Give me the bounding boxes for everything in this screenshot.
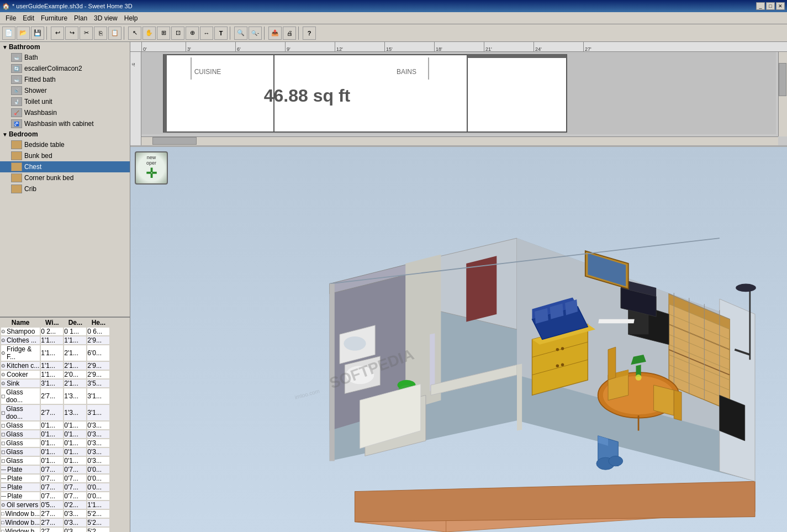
col-height[interactable]: He... xyxy=(87,319,109,326)
table-row[interactable]: ⊙ Shampoo 0 2... 0 1... 0 6... xyxy=(1,328,109,335)
createdim-button[interactable]: ↔ xyxy=(200,27,213,40)
redo-button[interactable]: ↪ xyxy=(65,27,78,40)
menu-edit[interactable]: Edit xyxy=(19,13,38,23)
cut-button[interactable]: ✂ xyxy=(80,27,93,40)
table-row[interactable]: — Plate 0'7... 0'7... 0'0... xyxy=(1,492,109,500)
floorplan[interactable]: CUISINE BAINS 46.88 sq ft xyxy=(141,52,776,134)
createtext-button[interactable]: T xyxy=(214,27,228,40)
escalier-icon: 🔄 xyxy=(11,64,22,73)
cell-depth: 1'3... xyxy=(64,388,86,404)
item-bunkbed[interactable]: Bunk bed xyxy=(0,150,130,161)
item-shower[interactable]: 🚿 Shower xyxy=(0,85,130,96)
item-toilet[interactable]: 🚽 Toilet unit xyxy=(0,96,130,107)
export-button[interactable]: 📤 xyxy=(268,27,282,40)
ruler-21: 21' xyxy=(484,42,492,52)
zoomin-button[interactable]: 🔍 xyxy=(234,27,247,40)
menu-3dview[interactable]: 3D view xyxy=(91,13,121,23)
washbasin-icon: 🪠 xyxy=(11,108,22,117)
furniture-tree-wrap: ▼ Bathroom 🛁 Bath 🔄 escalierColimacon2 🛁… xyxy=(0,42,130,317)
cell-name: ⊙ Cooker xyxy=(1,371,40,378)
cell-name: ⊙ Sink xyxy=(1,380,40,387)
open-button[interactable]: 📂 xyxy=(17,27,30,40)
item-washbasincab[interactable]: 🚰 Washbasin with cabinet xyxy=(0,118,130,129)
item-washbasin[interactable]: 🪠 Washbasin xyxy=(0,107,130,118)
table-row[interactable]: □ Window b... 2'7... 0'3... 5'2... xyxy=(1,510,109,518)
vscroll-2d-thumb[interactable] xyxy=(779,63,786,96)
table-row[interactable]: ◻ Glass 0'1... 0'1... 0'3... xyxy=(1,430,109,438)
hscroll-thumb[interactable] xyxy=(152,137,197,145)
maximize-button[interactable]: □ xyxy=(766,2,775,10)
undo-button[interactable]: ↩ xyxy=(51,27,64,40)
minimize-button[interactable]: _ xyxy=(756,2,765,10)
col-name[interactable]: Name xyxy=(1,319,40,326)
cell-width: 0'5... xyxy=(41,501,63,509)
item-chest[interactable]: Chest xyxy=(0,161,130,172)
table-row[interactable]: — Plate 0'7... 0'7... 0'0... xyxy=(1,466,109,473)
col-depth[interactable]: De... xyxy=(64,319,86,326)
cell-width: 2'7... xyxy=(41,405,63,420)
category-bedroom[interactable]: ▼ Bedroom xyxy=(0,129,130,139)
view-2d[interactable]: 5' 0' 3' 6' 9' 12' 15' 18' 21' 24' 27' xyxy=(130,42,787,147)
bedside-icon xyxy=(11,140,22,149)
save-button[interactable]: 💾 xyxy=(31,27,44,40)
table-row[interactable]: ◻ Glass 0'1... 0'1... 0'3... xyxy=(1,457,109,465)
item-bath[interactable]: 🛁 Bath xyxy=(0,52,130,63)
table-row[interactable]: ⊙ Cooker 1'1... 2'0... 2'9... xyxy=(1,371,109,378)
table-row[interactable]: ◻ Glass doo... 2'7... 1'3... 3'1... xyxy=(1,405,109,420)
v-scrollbar-2d[interactable] xyxy=(778,52,787,136)
table-row[interactable]: □ Window b... 2'7... 0'3... 5'2... xyxy=(1,519,109,526)
item-fittedbath[interactable]: 🛁 Fitted bath xyxy=(0,74,130,85)
table-row[interactable]: ⊙ Fridge & F... 1'1... 2'1... 6'0... xyxy=(1,345,109,361)
compass-control[interactable]: newoper ✛ xyxy=(135,151,168,185)
menu-plan[interactable]: Plan xyxy=(71,13,91,23)
paste-button[interactable]: 📋 xyxy=(108,27,122,40)
cell-name: ◻ Glass doo... xyxy=(1,405,40,420)
cell-name: ◻ Glass xyxy=(1,430,40,438)
col-width[interactable]: Wi... xyxy=(41,319,63,326)
table-row[interactable]: □ Window b... 2'7... 0'3... 5'2... xyxy=(1,528,109,532)
copy-button[interactable]: ⎘ xyxy=(94,27,107,40)
table-row[interactable]: ⊙ Kitchen c... 1'1... 2'1... 2'9... xyxy=(1,362,109,370)
table-row[interactable]: ◻ Glass doo... 2'7... 1'3... 3'1... xyxy=(1,388,109,404)
svg-point-66 xyxy=(561,364,564,367)
cell-name: □ Window b... xyxy=(1,519,40,526)
cell-height: 3'5... xyxy=(87,380,109,387)
svg-marker-53 xyxy=(608,347,616,380)
table-row[interactable]: ◻ Glass 0'1... 0'1... 0'3... xyxy=(1,448,109,456)
table-row[interactable]: ⊙ Sink 3'1... 2'1... 3'5... xyxy=(1,380,109,387)
table-row[interactable]: ◻ Glass 0'1... 0'1... 0'3... xyxy=(1,439,109,447)
titlebar-controls[interactable]: _ □ ✕ xyxy=(756,2,785,10)
sep2 xyxy=(124,27,126,40)
category-bathroom[interactable]: ▼ Bathroom xyxy=(0,42,130,52)
close-button[interactable]: ✕ xyxy=(776,2,785,10)
svg-point-87 xyxy=(344,336,366,351)
pan-button[interactable]: ✋ xyxy=(142,27,156,40)
createrooms-button[interactable]: ⊡ xyxy=(171,27,184,40)
item-bedside[interactable]: Bedside table xyxy=(0,139,130,150)
svg-point-96 xyxy=(736,284,756,292)
table-row[interactable]: ⊙ Clothes ... 1'1... 1'1... 2'9... xyxy=(1,336,109,344)
createwalls-button[interactable]: ⊞ xyxy=(157,27,170,40)
table-row[interactable]: — Plate 0'7... 0'7... 0'0... xyxy=(1,475,109,482)
item-cornerbunk[interactable]: Corner bunk bed xyxy=(0,172,130,183)
cell-width: 0'7... xyxy=(41,466,63,473)
item-toilet-label: Toilet unit xyxy=(24,98,52,106)
print-button[interactable]: 🖨 xyxy=(283,27,296,40)
svg-point-65 xyxy=(561,347,564,350)
item-crib[interactable]: Crib xyxy=(0,183,130,194)
view-3d[interactable]: newoper ✛ SOFTPEDIA imtoo.com xyxy=(130,147,787,532)
menu-file[interactable]: File xyxy=(2,13,19,23)
menu-furniture[interactable]: Furniture xyxy=(38,13,71,23)
help-button[interactable]: ? xyxy=(303,27,316,40)
table-row[interactable]: ⊙ Oil servers 0'5... 0'2... 1'1... xyxy=(1,501,109,509)
new-button[interactable]: 📄 xyxy=(2,27,15,40)
zoomout-button[interactable]: 🔍- xyxy=(249,27,262,40)
item-escalier[interactable]: 🔄 escalierColimacon2 xyxy=(0,63,130,74)
menu-help[interactable]: Help xyxy=(121,13,141,23)
ruler-0: 0' xyxy=(141,42,147,52)
h-scrollbar[interactable] xyxy=(141,136,778,145)
createfurniture-button[interactable]: ⊕ xyxy=(186,27,199,40)
table-row[interactable]: — Plate 0'7... 0'7... 0'0... xyxy=(1,483,109,491)
select-button[interactable]: ↖ xyxy=(128,27,141,40)
table-row[interactable]: ◻ Glass 0'1... 0'1... 0'3... xyxy=(1,422,109,429)
